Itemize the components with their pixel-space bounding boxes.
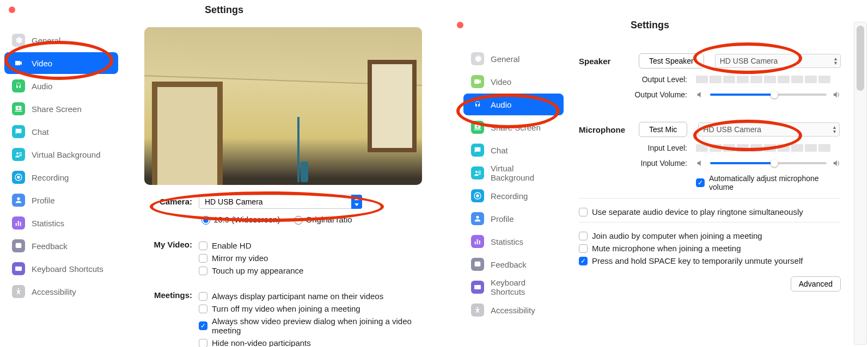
input-level-label: Input Level: <box>579 144 696 152</box>
chevron-updown-icon: ▴▾ <box>834 57 837 65</box>
sidebar-item-rec[interactable]: Recording <box>4 166 118 188</box>
audio-joinaudio-label: Join audio by computer when joining a me… <box>592 231 762 240</box>
sidebar-item-video[interactable]: Video <box>4 52 118 74</box>
kbd-icon <box>12 262 25 275</box>
sidebar-item-label: Audio <box>32 82 52 91</box>
sidebar-item-rec[interactable]: Recording <box>463 185 564 207</box>
speaker-high-icon <box>832 159 841 168</box>
svg-rect-8 <box>16 268 17 268</box>
camera-select[interactable]: HD USB Camera <box>199 195 362 209</box>
sidebar-item-label: Feedback <box>32 241 68 251</box>
sidebar-item-audio[interactable]: Audio <box>463 94 564 115</box>
share-icon <box>12 102 25 115</box>
myvideo-touchup-checkbox[interactable] <box>199 267 207 275</box>
microphone-label: Microphone <box>579 125 639 134</box>
audio-space-label: Press and hold SPACE key to temporarily … <box>592 256 803 265</box>
window-title: Settings <box>631 20 669 31</box>
test-mic-button[interactable]: Test Mic <box>639 122 687 137</box>
sidebar-item-kbd[interactable]: Keyboard Shortcuts <box>4 258 118 280</box>
auto-adjust-mic-label: Automatically adjust microphone volume <box>709 174 841 191</box>
meetings-turnoff-label: Turn off my video when joining a meeting <box>212 304 360 313</box>
sidebar-item-label: Share Screen <box>32 104 82 114</box>
sidebar-item-label: Accessibility <box>32 287 76 296</box>
ratio-widescreen-radio[interactable]: 16:9 (Widescreen) <box>199 214 280 225</box>
sidebar-item-vbg[interactable]: Virtual Background <box>4 144 118 165</box>
audio-joinaudio-checkbox[interactable] <box>579 232 588 240</box>
window-close-button[interactable] <box>457 22 463 28</box>
meetings-hidenv-label: Hide non-video participants <box>212 338 311 347</box>
svg-rect-7 <box>15 267 22 271</box>
stats-icon <box>12 216 25 230</box>
audio-space-checkbox[interactable] <box>579 257 588 265</box>
myvideo-mirror-checkbox[interactable] <box>199 254 207 263</box>
speaker-label: Speaker <box>579 57 639 66</box>
sidebar-item-a11y[interactable]: Accessibility <box>463 299 564 321</box>
sidebar-item-profile[interactable]: Profile <box>463 208 564 230</box>
meetings-label: Meetings: <box>144 288 199 300</box>
sidebar-item-label: Virtual Background <box>32 150 100 159</box>
meetings-hidenv-checkbox[interactable] <box>199 339 207 348</box>
sidebar-item-stats[interactable]: Statistics <box>4 212 118 234</box>
svg-rect-23 <box>478 286 479 287</box>
output-level-label: Output Level: <box>579 75 696 84</box>
chat-icon <box>471 144 484 157</box>
scrollbar-thumb[interactable] <box>857 26 864 91</box>
sidebar-item-video[interactable]: Video <box>463 71 564 92</box>
sidebar-item-label: Keyboard Shortcuts <box>491 278 556 296</box>
sidebar-item-profile[interactable]: Profile <box>4 189 118 211</box>
sidebar-item-feedback[interactable]: Feedback <box>4 235 118 257</box>
svg-rect-10 <box>19 268 20 268</box>
sidebar-item-label: Recording <box>32 173 69 182</box>
myvideo-hd-label: Enable HD <box>212 241 252 250</box>
svg-point-13 <box>475 171 478 173</box>
meetings-turnoff-checkbox[interactable] <box>199 305 207 313</box>
meetings-preview-label: Always show video preview dialog when jo… <box>212 317 443 335</box>
sidebar-item-share[interactable]: Share Screen <box>4 98 118 120</box>
advanced-button[interactable]: Advanced <box>791 276 841 292</box>
audio-mutejoin-checkbox[interactable] <box>579 244 588 253</box>
meetings-preview-checkbox[interactable] <box>199 321 207 330</box>
ratio-original-radio[interactable]: Original ratio <box>291 214 352 225</box>
settings-window-audio: Settings GeneralVideoAudioShare ScreenCh… <box>448 15 852 346</box>
sidebar-item-feedback[interactable]: Feedback <box>463 253 564 275</box>
page-scrollbar[interactable] <box>854 22 867 345</box>
meetings-names-label: Always display participant name on their… <box>212 292 383 301</box>
speaker-device-select[interactable]: HD USB Camera ▴▾ <box>715 54 841 68</box>
test-speaker-button[interactable]: Test Speaker <box>639 53 704 69</box>
svg-point-3 <box>17 197 20 200</box>
sidebar-item-stats[interactable]: Statistics <box>463 231 564 252</box>
sidebar-item-general[interactable]: General <box>4 29 118 51</box>
sidebar-item-general[interactable]: General <box>463 48 564 70</box>
svg-point-6 <box>19 245 20 246</box>
sidebar-item-label: Video <box>32 59 52 68</box>
audio-icon <box>471 98 484 111</box>
auto-adjust-mic-checkbox[interactable] <box>696 178 705 187</box>
audio-icon <box>12 79 25 92</box>
rec-icon <box>12 171 25 184</box>
video-settings-content: Camera: HD USB Camera 16:9 (Widescreen) <box>133 27 443 347</box>
meetings-names-checkbox[interactable] <box>199 292 207 301</box>
audio-settings-content: Speaker Test Speaker HD USB Camera ▴▾ Ou… <box>579 53 841 346</box>
svg-rect-9 <box>18 268 19 268</box>
mic-device-select[interactable]: HD USB Camera ▴▾ <box>698 122 840 137</box>
chat-icon <box>12 125 25 138</box>
sidebar-item-kbd[interactable]: Keyboard Shortcuts <box>463 276 564 298</box>
myvideo-hd-checkbox[interactable] <box>199 241 207 250</box>
input-volume-slider[interactable] <box>710 162 827 164</box>
input-volume-label: Input Volume: <box>579 159 696 168</box>
sidebar-item-label: General <box>491 54 519 64</box>
ringtone-device-checkbox[interactable] <box>579 208 588 216</box>
sidebar-item-vbg[interactable]: Virtual Background <box>463 162 564 184</box>
sidebar-item-chat[interactable]: Chat <box>463 139 564 161</box>
output-volume-slider[interactable] <box>710 94 827 96</box>
sidebar-item-audio[interactable]: Audio <box>4 75 118 97</box>
sidebar-item-share[interactable]: Share Screen <box>463 116 564 138</box>
sidebar-item-a11y[interactable]: Accessibility <box>4 281 118 302</box>
sidebar-item-label: Audio <box>491 100 511 109</box>
svg-point-0 <box>16 152 19 154</box>
titlebar: Settings <box>0 0 448 20</box>
window-close-button[interactable] <box>9 7 15 13</box>
sidebar-item-label: Accessibility <box>491 306 535 315</box>
feedback-icon <box>12 239 25 252</box>
sidebar-item-chat[interactable]: Chat <box>4 121 118 142</box>
